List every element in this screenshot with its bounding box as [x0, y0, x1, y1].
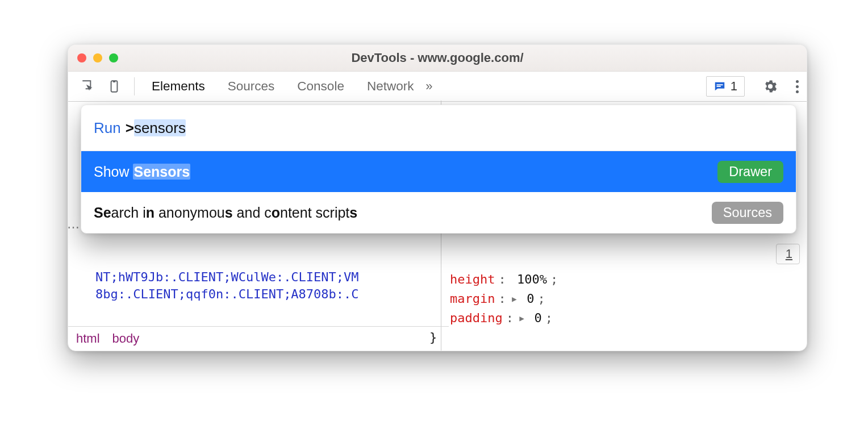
message-icon — [713, 80, 726, 93]
css-rules: height: 100%;margin:▸ 0;padding:▸ 0;} — [450, 270, 561, 347]
breadcrumb: html body — [68, 326, 449, 351]
command-input-row[interactable]: Run > sensors — [81, 105, 796, 151]
gear-icon — [762, 78, 778, 94]
svg-rect-0 — [111, 81, 118, 92]
breadcrumb-item[interactable]: body — [112, 331, 140, 346]
command-query: sensors — [134, 119, 186, 137]
svg-rect-1 — [113, 81, 115, 82]
devtools-window: DevTools - www.google.com/ Elements Sour… — [68, 44, 807, 351]
messages-button[interactable]: 1 — [706, 76, 745, 97]
run-label: Run — [94, 119, 121, 137]
toolbar-separator — [134, 77, 135, 95]
maximize-icon[interactable] — [109, 53, 118, 63]
title-bar: DevTools - www.google.com/ — [68, 45, 807, 72]
css-declaration[interactable]: margin:▸ 0; — [450, 289, 561, 309]
styles-count: 1 — [786, 247, 792, 261]
messages-count: 1 — [731, 79, 737, 94]
breadcrumb-item[interactable]: html — [76, 331, 100, 346]
command-result[interactable]: Search in anonymous and content scriptsS… — [81, 192, 796, 233]
toolbar: Elements Sources Console Network » 1 — [68, 72, 807, 102]
command-result-badge: Sources — [712, 202, 783, 224]
command-result-badge: Drawer — [717, 161, 783, 183]
styles-count-badge[interactable]: 1 — [776, 244, 800, 264]
tab-elements[interactable]: Elements — [152, 79, 205, 94]
window-title: DevTools - www.google.com/ — [351, 51, 523, 65]
svg-rect-3 — [716, 86, 720, 87]
dom-line: 8bg:.CLIENT;qqf0n:.CLIENT;A8708b:.C — [95, 286, 436, 303]
settings-button[interactable] — [761, 77, 780, 96]
device-toolbar-icon[interactable] — [105, 77, 124, 96]
command-menu: Run > sensors Show SensorsDrawerSearch i… — [81, 105, 796, 234]
inspect-element-icon[interactable] — [78, 77, 98, 96]
tab-network[interactable]: Network — [367, 79, 414, 94]
more-tabs-icon[interactable]: » — [420, 79, 437, 94]
css-declaration[interactable]: padding:▸ 0; — [450, 309, 561, 328]
command-results: Show SensorsDrawerSearch in anonymous an… — [81, 151, 796, 233]
dom-line: NT;hWT9Jb:.CLIENT;WCulWe:.CLIENT;VM — [95, 269, 436, 286]
css-brace-close: } — [429, 328, 561, 347]
more-options-button[interactable] — [796, 80, 799, 93]
command-result-label: Show Sensors — [94, 164, 190, 180]
close-icon[interactable] — [77, 53, 86, 63]
dom-snippet: NT;hWT9Jb:.CLIENT;WCulWe:.CLIENT;VM 8bg:… — [95, 269, 436, 303]
command-prefix: > — [126, 119, 134, 137]
minimize-icon[interactable] — [93, 53, 102, 63]
command-result[interactable]: Show SensorsDrawer — [81, 151, 796, 192]
panel-tabs: Elements Sources Console Network — [152, 79, 414, 94]
resize-handle-icon[interactable]: ⋯ — [68, 220, 81, 235]
css-declaration[interactable]: height: 100%; — [450, 270, 561, 289]
tab-sources[interactable]: Sources — [228, 79, 275, 94]
svg-rect-2 — [716, 84, 723, 85]
command-result-label: Search in anonymous and content scripts — [94, 205, 357, 221]
tab-console[interactable]: Console — [297, 79, 344, 94]
window-controls — [77, 53, 118, 63]
